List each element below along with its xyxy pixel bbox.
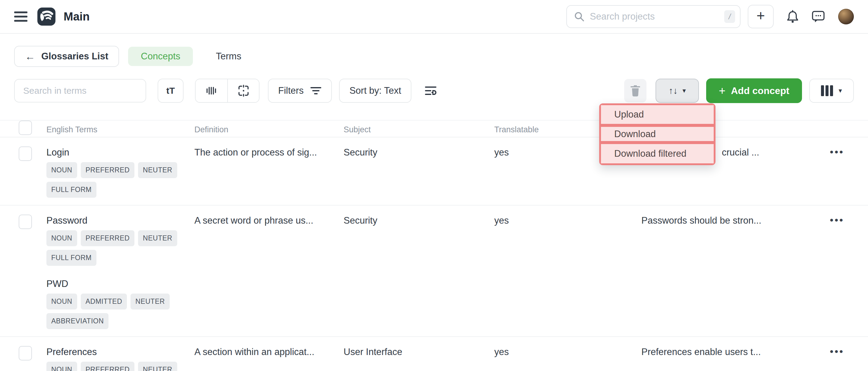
wrap-text-button[interactable]: [425, 85, 437, 96]
ellipsis-icon: •••: [830, 346, 844, 357]
term-badges: NOUN PREFERRED NEUTER FULL FORM: [46, 158, 186, 198]
term-block: Login NOUN PREFERRED NEUTER FULL FORM: [46, 147, 186, 198]
glossary-nav: ← Glossaries List Concepts Terms: [14, 46, 854, 67]
upload-download-menu: Upload Download Download filtered: [599, 103, 715, 165]
badge: NOUN: [46, 162, 77, 178]
definition-cell: The action or process of sig...: [194, 147, 344, 198]
upload-download-button[interactable]: ↑↓ ▾: [655, 79, 699, 103]
delete-button[interactable]: [624, 79, 647, 102]
term-block: PWD NOUN ADMITTED NEUTER ABBREVIATION: [46, 278, 186, 329]
badge: NEUTER: [138, 362, 177, 371]
term-badges: NOUN PREFERRED NEUTER FULL FORM: [46, 358, 186, 371]
translatable-cell: yes: [494, 346, 641, 371]
badge: NOUN: [46, 293, 77, 310]
term-badges: NOUN ADMITTED NEUTER ABBREVIATION: [46, 290, 186, 329]
badge: NOUN: [46, 230, 77, 246]
terms-cell: Password NOUN PREFERRED NEUTER FULL FORM…: [46, 215, 194, 329]
search-projects-box: /: [566, 5, 741, 28]
glossary-concepts-page: Main / +: [0, 0, 868, 371]
messages-button[interactable]: [812, 10, 825, 23]
terms-cell: Preferences NOUN PREFERRED NEUTER FULL F…: [46, 346, 194, 371]
term-text[interactable]: PWD: [46, 278, 186, 290]
columns-settings-button[interactable]: ▾: [809, 79, 854, 103]
term-text[interactable]: Login: [46, 147, 186, 158]
crowdin-logo-icon: [37, 7, 56, 26]
badge: FULL FORM: [46, 182, 96, 198]
badge: NEUTER: [138, 162, 177, 178]
subject-cell: User Interface: [344, 346, 494, 371]
term-text[interactable]: Password: [46, 215, 186, 227]
row-actions-button[interactable]: •••: [830, 215, 844, 225]
column-header-definition: Definition: [194, 124, 344, 135]
row-checkbox[interactable]: [19, 147, 32, 161]
term-block: Preferences NOUN PREFERRED NEUTER FULL F…: [46, 346, 186, 371]
chat-icon: [812, 10, 825, 23]
filters-label: Filters: [278, 85, 304, 96]
menu-item-upload[interactable]: Upload: [600, 104, 715, 125]
tab-concepts[interactable]: Concepts: [128, 47, 193, 66]
search-projects-input[interactable]: [590, 11, 724, 22]
note-text: crucial ...: [722, 147, 759, 158]
definition-cell: A secret word or phrase us...: [194, 215, 344, 329]
term-block: Password NOUN PREFERRED NEUTER FULL FORM: [46, 215, 186, 266]
subject-cell: Security: [344, 215, 494, 329]
letter-case-icon: tT: [166, 86, 175, 96]
back-to-glossaries-button[interactable]: ← Glossaries List: [14, 46, 119, 67]
chevron-down-icon: ▾: [838, 87, 842, 95]
note-cell: Preferences enable users t...: [641, 346, 810, 371]
badge: NEUTER: [138, 230, 177, 246]
sort-by-label: Sort by: Text: [349, 85, 401, 96]
notifications-button[interactable]: [786, 10, 799, 24]
column-header-english-terms: English Terms: [46, 124, 194, 135]
tab-terms[interactable]: Terms: [203, 47, 254, 66]
filters-button[interactable]: Filters: [268, 79, 332, 103]
row-actions-button[interactable]: •••: [830, 346, 844, 357]
avatar[interactable]: [838, 9, 854, 24]
menu-button[interactable]: [14, 11, 27, 22]
table-row: Login NOUN PREFERRED NEUTER FULL FORM Th…: [0, 137, 868, 206]
letter-case-button[interactable]: tT: [158, 79, 184, 103]
term-text[interactable]: Preferences: [46, 346, 186, 358]
badge: PREFERRED: [81, 230, 134, 246]
table-row: Password NOUN PREFERRED NEUTER FULL FORM…: [0, 206, 868, 337]
row-actions-button[interactable]: •••: [830, 147, 844, 157]
badge: NOUN: [46, 362, 77, 371]
select-all-checkbox[interactable]: [19, 121, 32, 135]
badge: FULL FORM: [46, 250, 96, 266]
term-badges: NOUN PREFERRED NEUTER FULL FORM: [46, 227, 186, 266]
ellipsis-icon: •••: [830, 214, 844, 226]
exact-match-button[interactable]: [195, 79, 227, 102]
menu-item-download[interactable]: Download: [600, 126, 715, 142]
add-concept-button[interactable]: + Add concept: [706, 79, 802, 103]
badge: NEUTER: [130, 293, 170, 310]
columns-icon: [821, 85, 833, 96]
back-button-label: Glossaries List: [41, 51, 108, 62]
terms-cell: Login NOUN PREFERRED NEUTER FULL FORM: [46, 147, 194, 198]
badge: ADMITTED: [81, 293, 127, 310]
menu-item-download-filtered[interactable]: Download filtered: [600, 143, 715, 164]
chevron-down-icon: ▾: [682, 87, 686, 95]
column-header-subject: Subject: [344, 124, 494, 135]
create-project-button[interactable]: +: [748, 5, 774, 28]
row-checkbox[interactable]: [19, 215, 32, 229]
search-icon: [574, 11, 584, 22]
note-cell: Passwords should be stron...: [641, 215, 810, 329]
shortcut-badge: /: [724, 10, 735, 23]
up-down-arrows-icon: ↑↓: [669, 86, 678, 96]
match-mode-group: [195, 79, 259, 103]
add-concept-label: Add concept: [731, 85, 789, 96]
search-terms-input[interactable]: [14, 79, 146, 102]
app-logo: [37, 7, 56, 26]
sort-by-button[interactable]: Sort by: Text: [339, 79, 411, 103]
concepts-toolbar: tT: [14, 79, 854, 103]
row-checkbox[interactable]: [19, 346, 32, 361]
page-title: Main: [64, 10, 90, 23]
crop-icon: [238, 85, 250, 97]
table-header-row: English Terms Definition Subject Transla…: [0, 120, 868, 137]
hamburger-icon: [14, 11, 27, 13]
ellipsis-icon: •••: [830, 146, 844, 158]
crop-select-button[interactable]: [227, 79, 259, 102]
trash-icon: [630, 85, 641, 97]
badge: PREFERRED: [81, 162, 134, 178]
subject-cell: Security: [344, 147, 494, 198]
